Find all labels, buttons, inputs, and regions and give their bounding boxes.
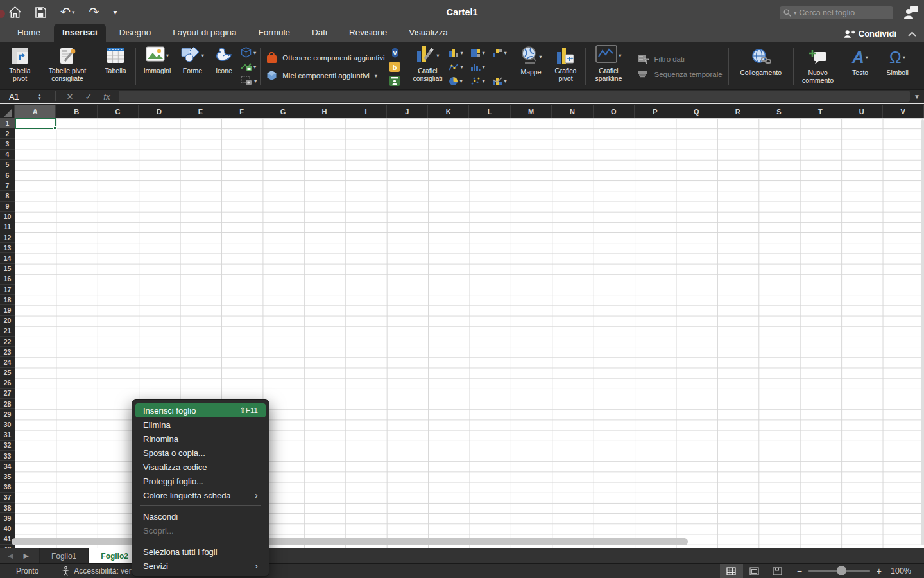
- select-all-corner[interactable]: [0, 105, 15, 118]
- visio-data-button[interactable]: V: [389, 47, 400, 58]
- row-header-20[interactable]: 20: [0, 316, 15, 326]
- name-box[interactable]: A1: [0, 92, 38, 101]
- people-graph-button[interactable]: [389, 75, 400, 86]
- insert-combo-chart-button[interactable]: ▾: [492, 76, 514, 85]
- row-header-29[interactable]: 29: [0, 409, 15, 419]
- menu-item-proteggi-foglio[interactable]: Proteggi foglio...: [135, 474, 266, 488]
- images-button[interactable]: ▾ Immagini: [138, 44, 176, 89]
- row-header-31[interactable]: 31: [0, 430, 15, 441]
- column-header-s[interactable]: S: [758, 105, 800, 118]
- row-header-37[interactable]: 37: [0, 493, 15, 503]
- row-header-38[interactable]: 38: [0, 503, 15, 513]
- row-header-26[interactable]: 26: [0, 378, 15, 389]
- shapes-button[interactable]: ▾ Forme: [176, 44, 209, 89]
- insert-pie-chart-button[interactable]: ▾: [449, 76, 470, 86]
- insert-line-chart-button[interactable]: ▾: [449, 62, 470, 71]
- menu-item-seleziona-tutti-i-fogli[interactable]: Seleziona tutti i fogli: [135, 545, 266, 559]
- sparklines-dropdown-icon[interactable]: ▾: [619, 52, 621, 58]
- recommended-charts-button[interactable]: ▾ Grafici consigliati: [406, 44, 449, 89]
- comments-people-icon[interactable]: [903, 5, 919, 22]
- collapse-ribbon-icon[interactable]: [908, 31, 916, 37]
- my-addins-dropdown-icon[interactable]: ▾: [375, 73, 377, 79]
- bing-maps-button[interactable]: b: [389, 61, 400, 72]
- column-header-p[interactable]: P: [635, 105, 676, 118]
- fill-handle[interactable]: [53, 126, 57, 130]
- formula-bar-expand-icon[interactable]: ▼: [914, 93, 920, 100]
- name-box-stepper[interactable]: ▴▾: [38, 93, 41, 100]
- cancel-icon[interactable]: ✕: [67, 92, 74, 101]
- page-break-view-button[interactable]: [766, 564, 789, 578]
- screenshot-dropdown-icon[interactable]: ▾: [254, 78, 257, 84]
- tab-formule[interactable]: Formule: [250, 24, 298, 42]
- row-header-22[interactable]: 22: [0, 337, 15, 347]
- images-dropdown-icon[interactable]: ▾: [166, 52, 169, 58]
- vertical-scrollbar[interactable]: [921, 119, 924, 545]
- insert-scatter-chart-button[interactable]: ▾: [470, 76, 492, 85]
- row-header-33[interactable]: 33: [0, 451, 15, 461]
- symbols-dropdown-icon[interactable]: ▾: [903, 54, 905, 60]
- row-header-5[interactable]: 5: [0, 160, 15, 170]
- column-header-f[interactable]: F: [221, 105, 262, 118]
- column-header-j[interactable]: J: [387, 105, 428, 118]
- row-header-23[interactable]: 23: [0, 347, 15, 357]
- shapes-dropdown-icon[interactable]: ▾: [201, 52, 204, 58]
- slicer-button[interactable]: Filtro dati: [637, 54, 722, 64]
- row-header-36[interactable]: 36: [0, 482, 15, 493]
- menu-item-inserisci-foglio[interactable]: Inserisci foglio⇧F11: [135, 403, 266, 417]
- row-header-11[interactable]: 11: [0, 222, 15, 232]
- tab-disegno[interactable]: Disegno: [111, 24, 160, 42]
- symbols-button[interactable]: Ω ▾ Simboli: [880, 44, 915, 89]
- insert-waterfall-chart-button[interactable]: ▾: [492, 48, 514, 57]
- row-header-21[interactable]: 21: [0, 326, 15, 337]
- row-header-9[interactable]: 9: [0, 202, 15, 212]
- menu-item-colore-linguetta-scheda[interactable]: Colore linguetta scheda›: [135, 488, 266, 502]
- column-header-d[interactable]: D: [139, 105, 180, 118]
- 3d-models-dropdown-icon[interactable]: ▾: [253, 49, 256, 56]
- zoom-level[interactable]: 100%: [891, 566, 911, 575]
- maps-button[interactable]: ▾ Mappe: [514, 44, 547, 89]
- zoom-out-button[interactable]: −: [797, 566, 802, 576]
- row-header-13[interactable]: 13: [0, 243, 15, 253]
- row-header-8[interactable]: 8: [0, 191, 15, 201]
- menu-item-rinomina[interactable]: Rinomina: [135, 432, 266, 446]
- screenshot-button[interactable]: ▾: [241, 75, 257, 86]
- row-header-17[interactable]: 17: [0, 285, 15, 295]
- icons-button[interactable]: Icone: [209, 44, 239, 89]
- menu-item-sposta-o-copia[interactable]: Sposta o copia...: [135, 446, 266, 460]
- maps-dropdown-icon[interactable]: ▾: [539, 53, 542, 60]
- zoom-slider[interactable]: [809, 570, 870, 572]
- table-button[interactable]: Tabella: [98, 44, 133, 89]
- sheet-tab-foglio1[interactable]: Foglio1: [39, 548, 89, 563]
- page-layout-view-button[interactable]: [743, 564, 766, 578]
- row-header-39[interactable]: 39: [0, 513, 15, 523]
- sparklines-button[interactable]: ▾ Grafici sparkline: [588, 44, 629, 89]
- horizontal-scrollbar[interactable]: [12, 538, 688, 545]
- 3d-models-button[interactable]: ▾: [241, 47, 257, 58]
- column-header-t[interactable]: T: [800, 105, 841, 118]
- my-addins-button[interactable]: Miei componenti aggiuntivi ▾: [266, 70, 384, 81]
- menu-item-servizi[interactable]: Servizi›: [135, 559, 266, 573]
- row-header-3[interactable]: 3: [0, 139, 15, 149]
- column-header-n[interactable]: N: [552, 105, 593, 118]
- text-dropdown-icon[interactable]: ▾: [866, 54, 868, 60]
- recommended-pivot-button[interactable]: Tabelle pivot consigliate: [37, 44, 98, 89]
- column-header-u[interactable]: U: [841, 105, 882, 118]
- next-sheet-icon[interactable]: ▶: [23, 552, 28, 560]
- row-header-2[interactable]: 2: [0, 128, 15, 139]
- row-header-27[interactable]: 27: [0, 389, 15, 399]
- column-header-r[interactable]: R: [717, 105, 758, 118]
- tab-layout-di-pagina[interactable]: Layout di pagina: [164, 24, 244, 42]
- prev-sheet-icon[interactable]: ◀: [8, 552, 13, 560]
- row-header-25[interactable]: 25: [0, 368, 15, 378]
- selected-cell-a1[interactable]: [15, 118, 56, 129]
- row-header-34[interactable]: 34: [0, 461, 15, 471]
- formula-input[interactable]: [119, 91, 910, 102]
- column-header-e[interactable]: E: [180, 105, 221, 118]
- row-header-1[interactable]: 1: [0, 118, 15, 128]
- row-header-10[interactable]: 10: [0, 212, 15, 222]
- smartart-button[interactable]: ▾: [241, 61, 257, 72]
- row-header-19[interactable]: 19: [0, 305, 15, 315]
- enter-icon[interactable]: ✓: [85, 92, 92, 101]
- row-header-40[interactable]: 40: [0, 523, 15, 534]
- link-button[interactable]: Collegamento: [731, 44, 791, 89]
